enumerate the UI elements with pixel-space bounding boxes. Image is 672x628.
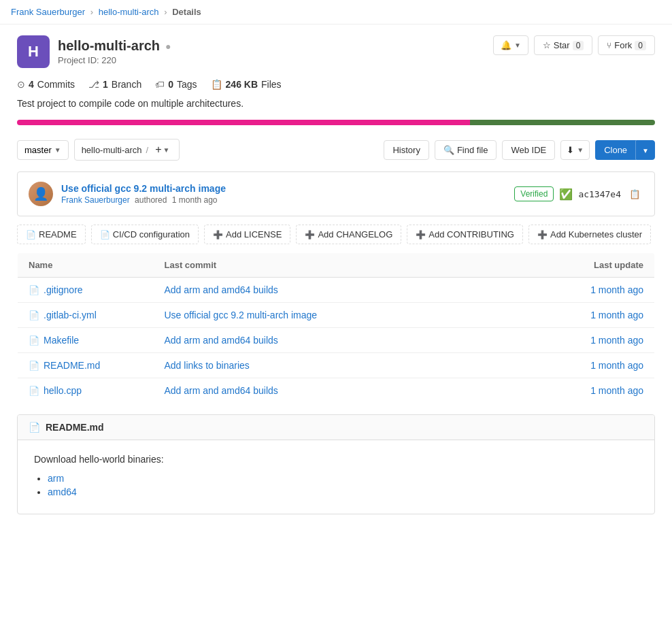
quick-action-icon-1: 📄	[100, 230, 110, 239]
quick-action-icon-2: ➕	[213, 230, 223, 239]
star-icon: ☆	[543, 40, 551, 50]
fork-label: Fork	[614, 40, 632, 50]
file-link-0[interactable]: 📄 .gitignore	[29, 284, 143, 295]
file-name-3: README.md	[44, 360, 100, 371]
path-breadcrumb: hello-multi-arch / + ▼	[74, 139, 180, 161]
star-count: 0	[573, 41, 584, 50]
branch-name: master	[24, 145, 52, 155]
fork-count: 0	[635, 41, 646, 50]
file-link-3[interactable]: 📄 README.md	[29, 360, 143, 371]
readme-file-icon: 📄	[29, 422, 40, 433]
quick-action-1[interactable]: 📄CI/CD configuration	[91, 225, 199, 244]
branch-chevron-icon: ▼	[54, 146, 61, 154]
quick-action-icon-0: 📄	[26, 230, 36, 239]
commit-msg-1[interactable]: Use official gcc 9.2 multi-arch image	[165, 310, 318, 320]
download-chevron-icon: ▼	[577, 146, 584, 154]
history-button[interactable]: History	[384, 140, 429, 160]
breadcrumb: Frank Sauerburger › hello-multi-arch › D…	[0, 0, 672, 24]
col-name-header: Name	[18, 253, 154, 278]
file-icon-1: 📄	[29, 310, 39, 320]
branch-icon: ⎇	[88, 79, 99, 90]
commit-meta: Frank Sauerburger authored 1 month ago	[61, 195, 226, 205]
toolbar: master ▼ hello-multi-arch / + ▼ History …	[17, 139, 655, 161]
clone-main-button[interactable]: Clone	[595, 140, 636, 160]
commit-title[interactable]: Use official gcc 9.2 multi-arch image	[61, 183, 226, 194]
download-button[interactable]: ⬇ ▼	[560, 140, 590, 160]
readme-intro: Download hello-world binaries:	[34, 454, 638, 465]
visibility-icon: ●	[165, 41, 171, 52]
add-path-button[interactable]: + ▼	[152, 144, 172, 156]
star-label: Star	[554, 40, 570, 50]
star-button[interactable]: ☆ Star 0	[534, 35, 593, 55]
breadcrumb-owner[interactable]: Frank Sauerburger	[11, 7, 85, 17]
col-update-header: Last update	[504, 253, 655, 278]
branches-stat[interactable]: ⎇ 1 Branch	[88, 79, 141, 90]
commit-msg-3[interactable]: Add links to binaries	[165, 360, 250, 371]
quick-action-label-3: Add CHANGELOG	[318, 229, 392, 239]
quick-action-4[interactable]: ➕Add CONTRIBUTING	[407, 225, 523, 244]
commits-label: Commits	[37, 79, 75, 90]
commit-time: 1 month ago	[172, 195, 218, 205]
copy-hash-button[interactable]: 📋	[626, 186, 643, 202]
table-row: 📄 .gitignore Add arm and amd64 builds 1 …	[18, 278, 655, 303]
quick-action-label-4: Add CONTRIBUTING	[429, 229, 514, 239]
find-file-button[interactable]: 🔍 Find file	[435, 140, 497, 160]
quick-action-5[interactable]: ➕Add Kubernetes cluster	[528, 225, 651, 244]
file-link-1[interactable]: 📄 .gitlab-ci.yml	[29, 310, 143, 320]
last-update-1: 1 month ago	[504, 303, 655, 328]
quick-action-2[interactable]: ➕Add LICENSE	[204, 225, 290, 244]
fork-icon: ⑂	[607, 41, 611, 50]
quick-action-label-5: Add Kubernetes cluster	[550, 229, 642, 239]
commits-stat[interactable]: ⊙ 4 Commits	[17, 79, 75, 90]
clone-dropdown-button[interactable]: ▼	[636, 140, 655, 160]
download-icon: ⬇	[567, 145, 574, 155]
tags-stat[interactable]: 🏷 0 Tags	[155, 79, 197, 90]
readme-link-0[interactable]: arm	[48, 473, 64, 484]
web-ide-button[interactable]: Web IDE	[502, 140, 555, 160]
last-update-0: 1 month ago	[504, 278, 655, 303]
search-icon: 🔍	[443, 145, 454, 155]
readme-link-item-0: arm	[48, 473, 638, 484]
quick-action-icon-5: ➕	[537, 230, 548, 239]
path-repo: hello-multi-arch	[82, 145, 142, 155]
tags-count: 0	[168, 79, 173, 90]
find-file-label: Find file	[457, 145, 488, 155]
path-sep: /	[146, 145, 149, 155]
project-description: Test project to compile code on multiple…	[17, 98, 655, 109]
verified-badge: Verified	[514, 186, 554, 201]
author-avatar: 👤	[29, 182, 53, 206]
branches-label: Branch	[112, 79, 141, 90]
commit-msg-4[interactable]: Add arm and amd64 builds	[165, 385, 278, 396]
readme-section: 📄 README.md Download hello-world binarie…	[17, 414, 655, 514]
commit-msg-2[interactable]: Add arm and amd64 builds	[165, 335, 278, 346]
plus-icon: +	[155, 144, 161, 156]
check-circle-icon: ✅	[559, 188, 573, 201]
branch-selector[interactable]: master ▼	[17, 140, 69, 160]
commit-msg-0[interactable]: Add arm and amd64 builds	[165, 284, 278, 295]
project-name: hello-multi-arch	[58, 38, 160, 54]
notifications-button[interactable]: 🔔 ▼	[493, 35, 528, 55]
file-name-0: .gitignore	[44, 284, 83, 295]
add-chevron-icon: ▼	[163, 146, 169, 154]
file-link-4[interactable]: 📄 hello.cpp	[29, 385, 143, 396]
file-link-2[interactable]: 📄 Makefile	[29, 335, 143, 346]
quick-action-0[interactable]: 📄README	[17, 225, 86, 244]
clone-button-group: Clone ▼	[595, 140, 655, 160]
lang-segment-1	[470, 120, 655, 125]
quick-action-label-0: README	[39, 229, 77, 239]
table-row: 📄 Makefile Add arm and amd64 builds 1 mo…	[18, 328, 655, 353]
file-icon-4: 📄	[29, 386, 39, 396]
table-row: 📄 README.md Add links to binaries 1 mont…	[18, 353, 655, 378]
file-icon-2: 📄	[29, 335, 39, 346]
files-stat[interactable]: 📋 246 KB Files	[211, 79, 282, 90]
readme-title: README.md	[46, 422, 104, 433]
readme-link-1[interactable]: amd64	[48, 486, 77, 497]
commit-hash[interactable]: ac1347e4	[578, 189, 621, 199]
breadcrumb-repo[interactable]: hello-multi-arch	[99, 7, 159, 17]
quick-action-3[interactable]: ➕Add CHANGELOG	[296, 225, 401, 244]
fork-button[interactable]: ⑂ Fork 0	[598, 35, 655, 55]
commit-author-link[interactable]: Frank Sauerburger	[61, 195, 130, 205]
commits-icon: ⊙	[17, 79, 25, 90]
stats-row: ⊙ 4 Commits ⎇ 1 Branch 🏷 0 Tags 📋 246 KB…	[17, 79, 655, 90]
table-row: 📄 hello.cpp Add arm and amd64 builds 1 m…	[18, 378, 655, 403]
